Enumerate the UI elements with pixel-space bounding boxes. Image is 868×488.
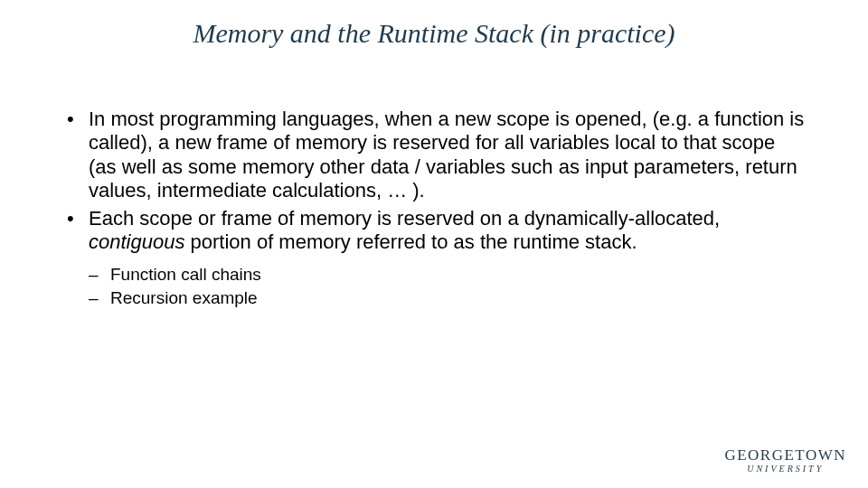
logo-main-text: GEORGETOWN [724, 447, 846, 463]
bullet-text: portion of memory referred to as the run… [184, 230, 637, 253]
sub-bullet-list: Function call chains Recursion example [89, 263, 805, 309]
slide: Memory and the Runtime Stack (in practic… [0, 0, 868, 488]
georgetown-logo: GEORGETOWN UNIVERSITY [724, 447, 846, 474]
slide-title: Memory and the Runtime Stack (in practic… [0, 18, 868, 49]
bullet-list: In most programming languages, when a ne… [63, 108, 805, 254]
sub-bullet-item: Function call chains [89, 263, 805, 286]
bullet-item: In most programming languages, when a ne… [63, 108, 805, 203]
bullet-text: Each scope or frame of memory is reserve… [89, 207, 720, 230]
bullet-text-italic: contiguous [89, 230, 184, 253]
bullet-text: In most programming languages, when a ne… [89, 108, 804, 202]
slide-content: In most programming languages, when a ne… [0, 108, 868, 310]
bullet-item: Each scope or frame of memory is reserve… [63, 207, 805, 255]
sub-bullet-text: Recursion example [110, 288, 258, 307]
logo-sub-text: UNIVERSITY [724, 464, 846, 474]
logo-rest: EORGETOWN [737, 446, 846, 464]
sub-bullet-text: Function call chains [110, 265, 261, 284]
sub-bullet-item: Recursion example [89, 286, 805, 310]
logo-letter: G [724, 446, 737, 464]
